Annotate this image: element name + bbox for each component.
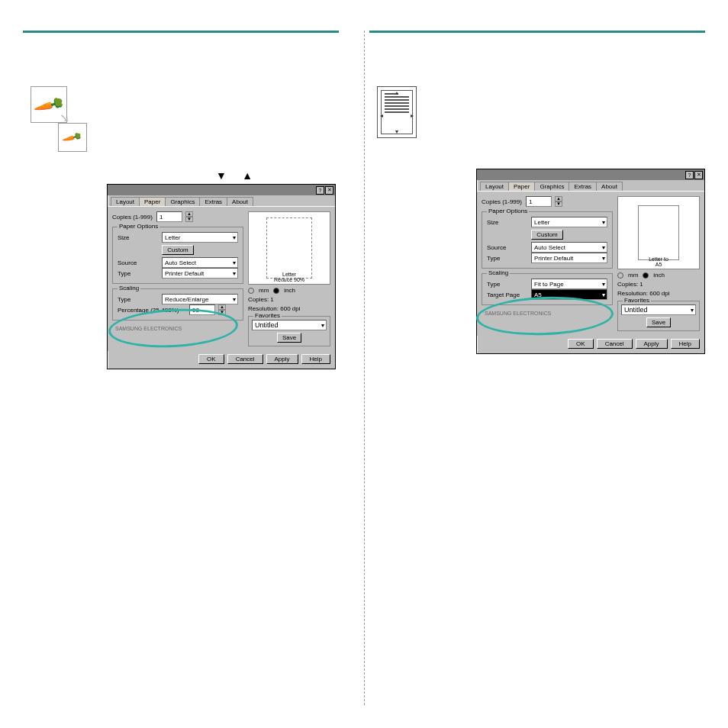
triangle-down-icon: ▼	[216, 169, 227, 182]
source-select[interactable]: Auto Select	[531, 242, 607, 253]
favorites-label: Favorites	[623, 297, 651, 304]
cancel-button[interactable]: Cancel	[597, 339, 633, 349]
dialog-titlebar: ? ✕	[108, 185, 335, 195]
copies-label: Copies (1-999)	[482, 198, 523, 205]
tab-paper[interactable]: Paper	[508, 182, 535, 191]
custom-button[interactable]: Custom	[531, 230, 563, 240]
samsung-logo: SAMSUNG ELECTRONICS	[485, 311, 613, 316]
copies-input[interactable]: 1	[156, 211, 182, 222]
target-page-label: Target Page	[487, 292, 528, 298]
percent-label: Percentage (25-400%)	[118, 307, 186, 314]
copies-label: Copies (1-999)	[112, 214, 153, 221]
size-label: Size	[118, 234, 159, 241]
carrot-icon: 🥕	[61, 126, 83, 148]
preview-panel: Letter Reduce 90%	[248, 211, 330, 285]
help-button[interactable]: Help	[301, 354, 330, 364]
apply-button[interactable]: Apply	[636, 339, 668, 349]
copies-spinner[interactable]: ▲▼	[555, 196, 562, 207]
favorites-group: Favorites Untitled Save	[617, 301, 700, 331]
spinner-arrows-inline: ▼ ▲	[130, 169, 339, 182]
close-window-button[interactable]: ✕	[694, 171, 703, 179]
favorites-select[interactable]: Untitled	[621, 304, 696, 315]
scaling-label: Scaling	[487, 269, 510, 276]
preview-label: Letter to A5	[618, 256, 699, 267]
unit-inch-label: inch	[653, 272, 665, 279]
tab-extras[interactable]: Extras	[569, 182, 597, 191]
samsung-logo: SAMSUNG ELECTRONICS	[115, 326, 243, 331]
help-window-button[interactable]: ?	[685, 171, 694, 179]
section-rule	[369, 31, 705, 33]
save-favorite-button[interactable]: Save	[646, 317, 671, 327]
favorites-label: Favorites	[253, 312, 282, 319]
info-copies: Copies: 1	[617, 281, 700, 288]
unit-mm-label: mm	[259, 287, 269, 294]
scale-type-select[interactable]: Reduce/Enlarge	[162, 294, 238, 304]
printer-dialog-reduce: ? ✕ Layout Paper Graphics Extras About C	[107, 184, 336, 369]
printer-dialog-fit: ? ✕ Layout Paper Graphics Extras About C	[476, 169, 705, 354]
help-window-button[interactable]: ?	[316, 186, 324, 195]
paper-options-group: Paper Options SizeLetter Custom SourceAu…	[482, 211, 613, 269]
copies-input[interactable]: 1	[526, 196, 552, 207]
source-select[interactable]: Auto Select	[162, 257, 238, 268]
apply-button[interactable]: Apply	[266, 354, 298, 364]
fit-to-page-illustration: ◂▸ ▴▾	[377, 86, 705, 138]
preview-label: Letter Reduce 90%	[249, 272, 330, 282]
illustration-small-icon: 🥕	[58, 123, 87, 152]
percent-spinner[interactable]: ▲▼	[218, 304, 226, 315]
dialog-titlebar: ? ✕	[477, 169, 704, 180]
section-rule	[23, 31, 339, 33]
tab-about[interactable]: About	[227, 197, 253, 206]
unit-inch-label: inch	[284, 287, 295, 294]
info-resolution: Resolution: 600 dpi	[617, 290, 700, 297]
paper-options-label: Paper Options	[118, 223, 159, 230]
favorites-group: Favorites Untitled Save	[248, 316, 330, 346]
paper-options-group: Paper Options SizeLetter Custom SourceAu…	[112, 227, 243, 284]
scaling-group: Scaling TypeFit to Page Target PageA5	[482, 273, 613, 305]
close-window-button[interactable]: ✕	[325, 186, 333, 195]
info-copies: Copies: 1	[248, 296, 330, 303]
reduce-enlarge-illustration: 🥕 ➘ 🥕	[31, 86, 99, 163]
tab-layout[interactable]: Layout	[111, 197, 140, 206]
info-resolution: Resolution: 600 dpi	[248, 305, 330, 312]
save-favorite-button[interactable]: Save	[277, 333, 301, 343]
source-label: Source	[487, 244, 528, 251]
unit-mm-label: mm	[628, 272, 638, 279]
unit-mm-radio[interactable]	[248, 288, 254, 294]
tab-extras[interactable]: Extras	[199, 197, 227, 206]
scaling-label: Scaling	[118, 285, 140, 292]
tab-graphics[interactable]: Graphics	[534, 182, 569, 191]
tab-graphics[interactable]: Graphics	[165, 197, 200, 206]
custom-button[interactable]: Custom	[162, 245, 194, 255]
scaling-group: Scaling TypeReduce/Enlarge Percentage (2…	[112, 288, 243, 321]
unit-mm-radio[interactable]	[617, 272, 623, 279]
cancel-button[interactable]: Cancel	[227, 354, 263, 364]
percent-input[interactable]: 90	[189, 304, 215, 315]
help-button[interactable]: Help	[671, 339, 700, 349]
right-column: ◂▸ ▴▾ ? ✕ Layout Paper Graphics Extras	[354, 31, 705, 728]
unit-inch-radio[interactable]	[273, 288, 279, 294]
size-select[interactable]: Letter	[162, 232, 238, 243]
paper-type-select[interactable]: Printer Default	[531, 253, 607, 263]
tab-about[interactable]: About	[596, 182, 623, 191]
tab-layout[interactable]: Layout	[480, 182, 509, 191]
tab-paper[interactable]: Paper	[139, 197, 166, 206]
paper-type-label: Type	[487, 255, 528, 262]
ok-button[interactable]: OK	[198, 354, 224, 364]
paper-type-label: Type	[118, 270, 159, 277]
preview-panel: Letter to A5	[617, 196, 700, 269]
scale-type-select[interactable]: Fit to Page	[531, 279, 607, 289]
target-page-select[interactable]: A5	[531, 289, 607, 300]
ok-button[interactable]: OK	[568, 339, 594, 349]
scale-type-label: Type	[118, 296, 159, 303]
size-select[interactable]: Letter	[531, 217, 607, 227]
left-column: 🥕 ➘ 🥕 ▼ ▲ ? ✕ Layout Paper Graphics	[23, 31, 354, 728]
paper-type-select[interactable]: Printer Default	[162, 268, 238, 279]
favorites-select[interactable]: Untitled	[252, 320, 327, 330]
source-label: Source	[118, 259, 159, 266]
paper-options-label: Paper Options	[487, 208, 529, 214]
size-label: Size	[487, 219, 528, 226]
copies-spinner[interactable]: ▲▼	[185, 211, 193, 222]
scale-type-label: Type	[487, 281, 528, 288]
unit-inch-radio[interactable]	[643, 272, 649, 279]
triangle-up-icon: ▲	[242, 169, 253, 182]
